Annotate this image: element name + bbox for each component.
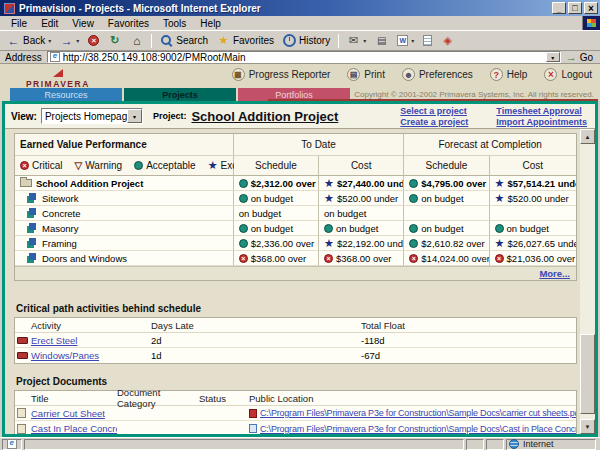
document-location-link[interactable]: C:\Program Files\Primavera P3e for Const… [260, 424, 576, 434]
chevron-down-icon[interactable] [411, 37, 414, 44]
back-button[interactable]: Back [3, 33, 55, 48]
print-button[interactable] [371, 33, 392, 48]
menu-favorites[interactable]: Favorites [101, 17, 156, 30]
pdf-file-icon [249, 409, 257, 418]
project-documents-panel: TitleDocument CategoryStatusPublic Locat… [14, 390, 577, 434]
scrollbar-thumb[interactable] [580, 334, 595, 414]
link-select-a-project[interactable]: Select a project [400, 106, 468, 116]
chevron-down-icon[interactable] [127, 109, 142, 123]
search-button[interactable]: Search [156, 33, 212, 48]
logout-button[interactable]: Logout [544, 68, 592, 81]
evp-row-name-cell: School Addition Project [15, 176, 234, 191]
print-label: Print [364, 69, 385, 80]
document-title-link[interactable]: Carrier Cut Sheet [31, 408, 105, 419]
history-button[interactable]: History [279, 33, 334, 48]
notepad-button[interactable] [419, 34, 436, 47]
maximize-button[interactable] [568, 2, 582, 14]
go-button[interactable]: Go [561, 51, 597, 64]
document-icon [17, 424, 26, 434]
close-button[interactable] [584, 2, 598, 14]
refresh-button[interactable] [104, 33, 125, 48]
vertical-scrollbar[interactable] [580, 129, 595, 434]
tab-resources[interactable]: Resources [10, 88, 122, 101]
print-button[interactable]: Print [347, 68, 385, 81]
menu-view[interactable]: View [65, 17, 101, 30]
tab-projects[interactable]: Projects [124, 88, 236, 101]
menu-tools[interactable]: Tools [156, 17, 193, 30]
edit-icon [397, 35, 408, 46]
evp-value-text: on budget [336, 223, 378, 234]
scroll-down-button[interactable] [580, 419, 595, 434]
go-arrow-icon [565, 51, 578, 64]
chevron-down-icon[interactable] [363, 37, 366, 44]
more-link[interactable]: More... [539, 268, 570, 279]
notepad-icon [423, 35, 432, 46]
activity-link[interactable]: Erect Steel [31, 335, 77, 346]
evp-group-header-row: Earned Value PerformanceTo DateForecast … [15, 134, 576, 155]
document-title-link[interactable]: Cast In Place Concrete [31, 423, 117, 434]
folder-icon [20, 179, 32, 187]
evp-value-text: on budget [507, 223, 549, 234]
project-name-link[interactable]: School Addition Project [191, 109, 338, 124]
mail-button[interactable] [343, 33, 370, 48]
document-icon [7, 439, 17, 449]
title-bar: Primavision - Projects - Microsoft Inter… [0, 0, 600, 16]
chevron-down-icon[interactable] [48, 37, 51, 44]
preferences-icon [402, 68, 415, 81]
help-button[interactable]: Help [490, 68, 528, 81]
evp-value-cell: on budget [319, 221, 404, 236]
windows-flag-icon [587, 19, 596, 27]
view-dropdown[interactable]: Projects Homepage [41, 108, 143, 124]
progress-reporter-button[interactable]: Progress Reporter [232, 68, 331, 81]
exceptional-status-icon [495, 194, 505, 203]
document-location-link[interactable]: C:\Program Files\Primavera P3e for Const… [260, 408, 576, 418]
documents-rows: Carrier Cut SheetC:\Program Files\Primav… [15, 406, 576, 434]
link-create-a-project[interactable]: Create a project [400, 117, 468, 127]
address-label: Address [3, 52, 47, 63]
critical-path-header-row: ActivityDays LateTotal Float [15, 318, 576, 333]
evp-value-cell: $520.00 under [490, 191, 576, 206]
evp-row-name-cell: Doors and Windows [15, 251, 234, 266]
window-title: Primavision - Projects - Microsoft Inter… [19, 3, 261, 14]
evp-row-name-cell: Framing [15, 236, 234, 251]
link-timesheet-approval[interactable]: Timesheet Approval [496, 106, 587, 116]
window-controls [552, 2, 598, 14]
menu-edit[interactable]: Edit [34, 17, 65, 30]
forward-button[interactable] [56, 33, 83, 48]
evp-rows: School Addition Project$2,312.00 over$27… [15, 176, 576, 266]
chevron-down-icon[interactable] [76, 37, 79, 44]
address-input[interactable] [63, 52, 546, 63]
edit-button[interactable] [393, 34, 418, 47]
activity-link[interactable]: Windows/Panes [31, 350, 99, 361]
address-dropdown-button[interactable] [546, 52, 560, 62]
home-button[interactable] [126, 33, 147, 48]
evp-value-cell [490, 206, 576, 221]
critical-path-row: Windows/Panes1d-67d [15, 348, 576, 363]
minimize-button[interactable] [552, 2, 566, 14]
preferences-button[interactable]: Preferences [402, 68, 473, 81]
acceptable-status-icon [409, 239, 418, 248]
evp-row: School Addition Project$2,312.00 over$27… [15, 176, 576, 191]
evp-row-name-cell: Sitework [15, 191, 234, 206]
evp-value-text: on budget [421, 223, 463, 234]
go-label: Go [580, 52, 593, 63]
menu-file[interactable]: File [4, 17, 34, 30]
back-icon [7, 34, 20, 47]
cp-column-activity: Activity [31, 318, 151, 333]
help-icon [490, 68, 503, 81]
messenger-button[interactable] [437, 33, 458, 48]
status-message-pane [24, 439, 464, 450]
favorites-icon [217, 34, 230, 47]
acceptable-status-icon [324, 224, 333, 233]
favorites-button[interactable]: Favorites [213, 33, 278, 48]
link-import-appointments[interactable]: Import Appointments [496, 117, 587, 127]
stop-button[interactable] [84, 34, 103, 47]
menu-help[interactable]: Help [193, 17, 228, 30]
documents-header-row: TitleDocument CategoryStatusPublic Locat… [15, 391, 576, 406]
evp-value-cell: $2,312.00 over [234, 176, 319, 191]
wbs-icon [29, 238, 36, 245]
scroll-up-button[interactable] [580, 129, 595, 144]
evp-value-text: $520.00 under [337, 193, 398, 204]
evp-value-cell: $520.00 under [319, 191, 404, 206]
evp-row-name: School Addition Project [36, 178, 143, 189]
